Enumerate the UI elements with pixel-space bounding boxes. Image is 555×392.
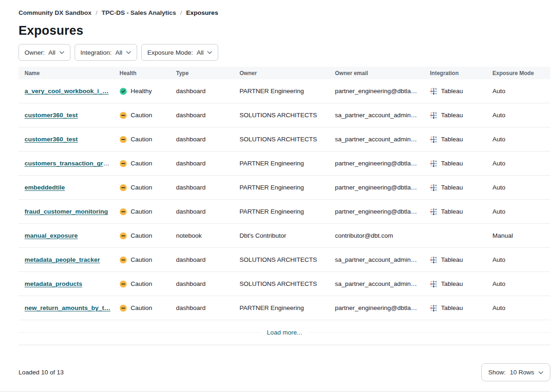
table-header-row: NameHealthTypeOwnerOwner emailIntegratio…: [19, 67, 550, 79]
health-cell: Caution: [120, 184, 176, 191]
health-cell: Caution: [120, 160, 176, 167]
table-footer: Loaded 10 of 13 Show: 10 Rows: [19, 363, 550, 381]
name-cell: metadata_products: [19, 280, 120, 287]
table-body: a_very_cool_workbook_i_… Healthy dashboa…: [19, 79, 550, 320]
table-row: fraud_customer_monitoring Caution dashbo…: [19, 200, 550, 224]
exposure-mode-cell: Auto: [492, 208, 550, 215]
tableau-icon: [430, 136, 437, 143]
tableau-icon: [430, 160, 437, 167]
health-cell: Caution: [120, 208, 176, 215]
health-label: Caution: [131, 136, 152, 143]
health-status-icon: [120, 88, 127, 95]
integration-label: Tableau: [441, 184, 463, 191]
breadcrumb-item[interactable]: TPC-DS - Sales Analytics: [101, 9, 176, 16]
column-header: Exposure Mode: [492, 70, 550, 76]
filter-label: Integration:: [81, 49, 112, 56]
table-row: customer360_test Caution dashboard SOLUT…: [19, 127, 550, 152]
table-row: manual_exposure Caution notebook Dbt's C…: [19, 224, 550, 248]
integration-label: Tableau: [441, 160, 463, 167]
health-cell: Caution: [120, 304, 176, 312]
name-cell: new_return_amounts_by_t…: [19, 304, 120, 311]
column-header: Health: [120, 70, 176, 76]
exposure-name-link[interactable]: metadata_people_tracker: [25, 256, 100, 263]
health-label: Caution: [131, 280, 152, 287]
exposure-name-link[interactable]: customers_transaction_gro…: [25, 160, 113, 167]
type-cell: dashboard: [176, 184, 240, 191]
column-header: Type: [176, 70, 240, 76]
filter-value: All: [196, 49, 203, 56]
integration-cell: Tableau: [430, 256, 492, 264]
type-cell: dashboard: [176, 304, 240, 311]
table-row: customer360_test Caution dashboard SOLUT…: [19, 103, 550, 127]
breadcrumb-item[interactable]: Community DX Sandbox: [19, 9, 92, 16]
health-cell: Caution: [120, 136, 176, 143]
integration-label: Tableau: [441, 112, 463, 119]
filter-dropdown[interactable]: Owner: All: [19, 44, 70, 61]
owner-cell: PARTNER Engineering: [240, 160, 335, 167]
integration-cell: Tableau: [430, 184, 492, 191]
tableau-icon: [430, 112, 437, 119]
filter-bar: Owner: All Integration: All Exposure Mod…: [19, 44, 550, 61]
filter-dropdown[interactable]: Exposure Mode: All: [141, 44, 218, 61]
exposure-name-link[interactable]: fraud_customer_monitoring: [25, 208, 108, 215]
owner-cell: PARTNER Engineering: [240, 184, 335, 191]
type-cell: dashboard: [176, 208, 240, 215]
integration-label: Tableau: [441, 136, 463, 143]
filter-dropdown[interactable]: Integration: All: [75, 44, 138, 61]
tableau-icon: [430, 304, 437, 312]
exposure-mode-cell: Auto: [492, 160, 550, 167]
owner-email-cell: sa_partner_account_admin…: [335, 256, 430, 263]
health-label: Caution: [131, 112, 152, 119]
health-cell: Caution: [120, 232, 176, 240]
breadcrumb-item[interactable]: Exposures: [186, 9, 218, 16]
exposure-mode-cell: Manual: [492, 232, 550, 239]
owner-email-cell: partner_engineering@dbtla…: [335, 208, 430, 215]
breadcrumb: Community DX Sandbox / TPC-DS - Sales An…: [19, 9, 550, 16]
chevron-down-icon: [126, 51, 131, 54]
exposure-mode-cell: Auto: [492, 136, 550, 143]
divider-line: [309, 332, 550, 333]
health-status-icon: [120, 256, 127, 264]
tableau-icon: [430, 88, 437, 95]
table-row: embeddedtile Caution dashboard PARTNER E…: [19, 176, 550, 200]
show-value: 10 Rows: [510, 369, 534, 376]
name-cell: customers_transaction_gro…: [19, 160, 120, 167]
breadcrumb-separator: /: [96, 9, 98, 16]
exposures-page: Community DX Sandbox / TPC-DS - Sales An…: [0, 0, 555, 392]
exposure-name-link[interactable]: new_return_amounts_by_t…: [25, 304, 110, 311]
owner-cell: SOLUTIONS ARCHITECTS: [240, 112, 335, 119]
chevron-down-icon: [207, 51, 212, 54]
owner-email-cell: partner_engineering@dbtla…: [335, 184, 430, 191]
owner-email-cell: partner_engineering@dbtla…: [335, 304, 430, 311]
type-cell: dashboard: [176, 88, 240, 95]
exposure-name-link[interactable]: customer360_test: [25, 136, 78, 143]
owner-email-cell: sa_partner_account_admin…: [335, 112, 430, 119]
owner-cell: PARTNER Engineering: [240, 208, 335, 215]
show-rows-dropdown[interactable]: Show: 10 Rows: [481, 363, 550, 381]
integration-label: Tableau: [441, 280, 463, 287]
tableau-icon: [430, 280, 437, 288]
divider-line: [19, 332, 260, 333]
integration-cell: Tableau: [430, 304, 492, 312]
type-cell: dashboard: [176, 160, 240, 167]
exposure-name-link[interactable]: a_very_cool_workbook_i_…: [25, 88, 109, 95]
health-label: Caution: [131, 304, 152, 311]
health-status-icon: [120, 280, 127, 288]
health-label: Caution: [131, 232, 152, 239]
tableau-icon: [430, 256, 437, 264]
exposure-name-link[interactable]: manual_exposure: [25, 232, 78, 239]
exposure-name-link[interactable]: embeddedtile: [25, 184, 65, 191]
owner-cell: Dbt's Contributor: [240, 232, 335, 239]
health-label: Caution: [131, 184, 152, 191]
filter-label: Owner:: [25, 49, 45, 56]
breadcrumb-separator: /: [180, 9, 182, 16]
health-cell: Caution: [120, 256, 176, 264]
name-cell: customer360_test: [19, 136, 120, 143]
name-cell: fraud_customer_monitoring: [19, 208, 120, 215]
exposure-name-link[interactable]: metadata_products: [25, 280, 82, 287]
exposure-name-link[interactable]: customer360_test: [25, 112, 78, 119]
show-label: Show:: [488, 369, 506, 376]
health-cell: Healthy: [120, 88, 176, 95]
load-more-link[interactable]: Load more...: [267, 329, 302, 336]
exposure-mode-cell: Auto: [492, 304, 550, 311]
